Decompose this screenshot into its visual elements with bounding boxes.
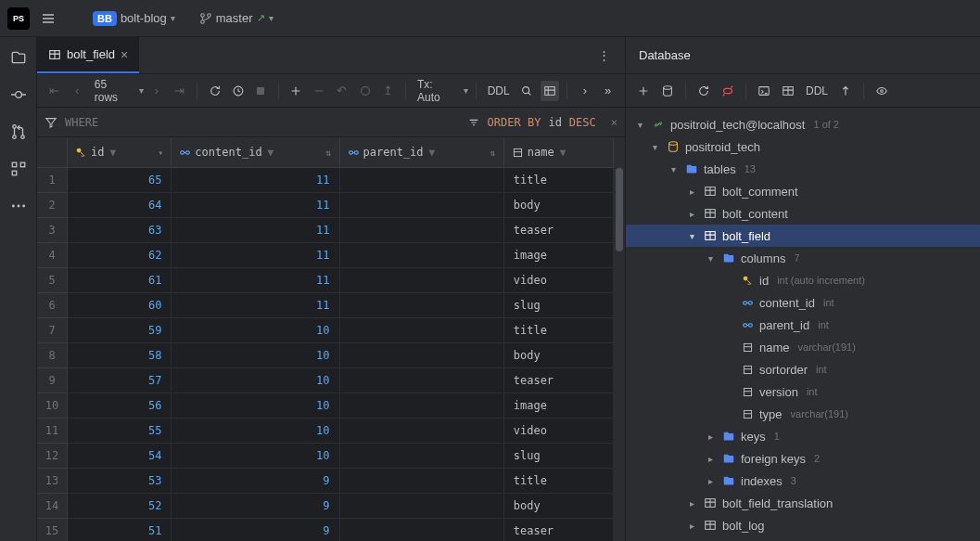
- clear-filter-icon[interactable]: ×: [611, 116, 617, 129]
- cell-parent-id[interactable]: [340, 268, 504, 292]
- cell-name[interactable]: body: [504, 193, 614, 217]
- next-page-icon[interactable]: ›: [147, 81, 167, 101]
- cell-content-id[interactable]: 11: [172, 193, 339, 217]
- tree-datasource[interactable]: ▾positroid_tech@localhost1 of 2: [626, 113, 980, 135]
- pull-requests-icon[interactable]: [9, 122, 28, 141]
- table-row[interactable]: 5910title: [68, 318, 614, 343]
- cell-id[interactable]: 62: [68, 243, 172, 267]
- cell-parent-id[interactable]: [340, 519, 504, 541]
- cell-parent-id[interactable]: [340, 343, 504, 367]
- cell-parent-id[interactable]: [340, 419, 504, 443]
- auto-reload-icon[interactable]: [228, 81, 248, 101]
- sort-desc-icon[interactable]: ▾: [158, 148, 163, 158]
- cell-content-id[interactable]: 11: [172, 293, 339, 317]
- add-row-icon[interactable]: [286, 81, 306, 101]
- cell-parent-id[interactable]: [340, 368, 504, 393]
- cell-content-id[interactable]: 9: [172, 494, 339, 518]
- cell-content-id[interactable]: 11: [172, 268, 339, 292]
- expand-all-icon[interactable]: »: [598, 81, 617, 101]
- tree-table-bolt-field-translation[interactable]: ▸bolt_field_translation: [626, 492, 980, 514]
- tree-table-bolt-field[interactable]: ▾bolt_field: [626, 225, 980, 247]
- tree-columns-folder[interactable]: ▾columns7: [626, 247, 980, 269]
- tab-actions-icon[interactable]: ⋮: [583, 48, 625, 62]
- tree-table-bolt-log[interactable]: ▸bolt_log: [626, 514, 980, 536]
- cell-id[interactable]: 60: [68, 293, 172, 317]
- row-number[interactable]: 13: [37, 469, 67, 494]
- show-options-icon[interactable]: [872, 81, 892, 101]
- view-mode-icon[interactable]: [541, 81, 560, 101]
- filter-icon[interactable]: [45, 116, 57, 129]
- prev-page-icon[interactable]: ‹: [68, 81, 87, 101]
- sort-icon[interactable]: ⇅: [326, 148, 332, 158]
- preview-changes-icon[interactable]: [355, 81, 375, 101]
- row-number[interactable]: 7: [37, 318, 67, 343]
- cell-id[interactable]: 65: [68, 168, 172, 192]
- cell-parent-id[interactable]: [340, 469, 504, 493]
- tree-column-sortorder[interactable]: ·sortorderint: [626, 358, 980, 380]
- column-header-id[interactable]: id ▼ ▾: [68, 137, 172, 167]
- row-number[interactable]: 11: [37, 419, 67, 444]
- row-number[interactable]: 10: [37, 393, 67, 419]
- cell-parent-id[interactable]: [340, 193, 504, 217]
- cell-id[interactable]: 63: [68, 218, 172, 242]
- ddl-button[interactable]: DDL: [802, 84, 832, 97]
- table-row[interactable]: 5710teaser: [68, 368, 614, 393]
- row-number[interactable]: 6: [37, 293, 67, 318]
- table-row[interactable]: 5410slug: [68, 444, 614, 469]
- cell-name[interactable]: video: [504, 268, 614, 292]
- cell-id[interactable]: 53: [68, 469, 172, 493]
- cell-name[interactable]: title: [504, 469, 614, 493]
- cell-name[interactable]: image: [504, 243, 614, 267]
- disconnect-icon[interactable]: [718, 81, 738, 101]
- tree-table-bolt-comment[interactable]: ▸bolt_comment: [626, 180, 980, 202]
- filter-icon[interactable]: ▼: [109, 147, 116, 159]
- table-view-icon[interactable]: [778, 81, 798, 101]
- last-page-icon[interactable]: ⇥: [170, 81, 189, 101]
- column-header-content-id[interactable]: content_id ▼ ⇅: [172, 137, 339, 167]
- cell-name[interactable]: slug: [504, 293, 614, 317]
- row-number[interactable]: 1: [37, 168, 67, 193]
- table-row[interactable]: 6511title: [68, 168, 614, 193]
- project-tool-icon[interactable]: [9, 48, 28, 67]
- row-number[interactable]: 5: [37, 268, 67, 293]
- cell-content-id[interactable]: 10: [172, 393, 339, 418]
- row-number[interactable]: 3: [37, 218, 67, 243]
- cell-id[interactable]: 55: [68, 419, 172, 443]
- cell-name[interactable]: title: [504, 318, 614, 342]
- filter-icon[interactable]: ▼: [429, 147, 436, 159]
- order-by-clause[interactable]: ORDER BY id DESC: [467, 116, 596, 129]
- tree-column-version[interactable]: ·versionint: [626, 380, 980, 403]
- add-datasource-icon[interactable]: [633, 81, 654, 101]
- cell-id[interactable]: 51: [68, 519, 172, 541]
- table-row[interactable]: 519teaser: [68, 519, 614, 541]
- scrollbar[interactable]: [614, 137, 625, 541]
- row-number[interactable]: 9: [37, 368, 67, 393]
- row-number[interactable]: 4: [37, 243, 67, 268]
- row-number[interactable]: 8: [37, 343, 67, 368]
- search-icon[interactable]: [517, 81, 537, 101]
- cell-content-id[interactable]: 11: [172, 218, 339, 242]
- tree-column-name[interactable]: ·namevarchar(191): [626, 336, 980, 358]
- cell-name[interactable]: body: [504, 494, 614, 518]
- cell-id[interactable]: 61: [68, 268, 172, 292]
- reload-icon[interactable]: [205, 81, 224, 101]
- tree-column-content-id[interactable]: ·content_idint: [626, 291, 980, 314]
- table-row[interactable]: 529body: [68, 494, 614, 519]
- table-row[interactable]: 6211image: [68, 243, 614, 268]
- tree-column-type[interactable]: ·typevarchar(191): [626, 403, 980, 425]
- cell-parent-id[interactable]: [340, 168, 504, 192]
- table-row[interactable]: 539title: [68, 469, 614, 494]
- cell-id[interactable]: 59: [68, 318, 172, 342]
- scroll-thumb[interactable]: [616, 168, 623, 251]
- structure-tool-icon[interactable]: [9, 160, 28, 178]
- cell-id[interactable]: 54: [68, 444, 172, 468]
- where-input[interactable]: WHERE: [65, 116, 98, 129]
- cell-name[interactable]: teaser: [504, 519, 614, 541]
- cell-content-id[interactable]: 10: [172, 343, 339, 367]
- cell-id[interactable]: 58: [68, 343, 172, 367]
- chevron-down-icon[interactable]: ▾: [139, 85, 144, 96]
- filter-icon[interactable]: ▼: [560, 147, 566, 159]
- cell-name[interactable]: teaser: [504, 218, 614, 242]
- row-count[interactable]: 65 rows: [91, 78, 135, 104]
- navigate-icon[interactable]: [835, 81, 856, 101]
